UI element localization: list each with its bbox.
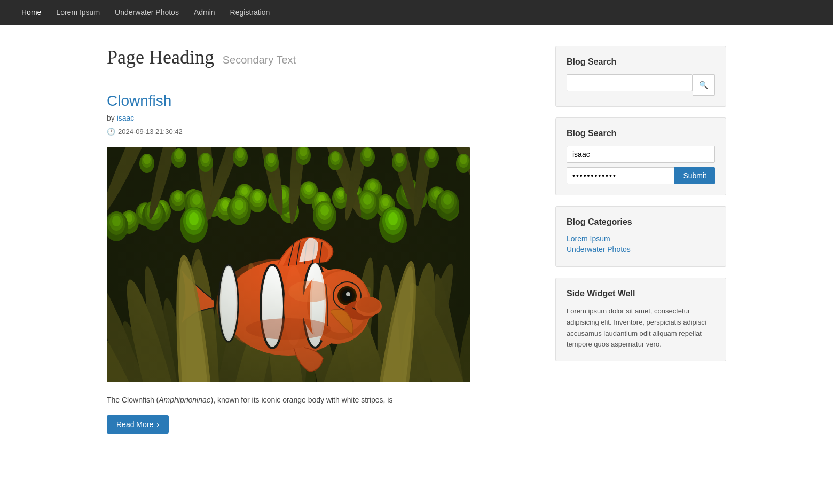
read-more-button[interactable]: Read More › xyxy=(107,415,169,434)
page-heading-section: Page Heading Secondary Text xyxy=(107,46,534,77)
search-row: 🔍 xyxy=(567,74,715,96)
nav-registration[interactable]: Registration xyxy=(230,8,270,17)
author-by-label: by xyxy=(107,114,115,122)
article-title[interactable]: Clownfish xyxy=(107,92,534,109)
svg-rect-236 xyxy=(107,147,470,382)
sidebar: Blog Search 🔍 Blog Search Submit Blog Ca… xyxy=(555,46,726,372)
clock-icon: 🕐 xyxy=(107,128,115,136)
category-lorem-ipsum[interactable]: Lorem Ipsum xyxy=(567,234,715,243)
article-author-line: by isaac xyxy=(107,114,534,122)
blog-search-widget-2: Blog Search Submit xyxy=(555,117,726,195)
blog-search-title-2: Blog Search xyxy=(567,129,715,138)
blog-search-widget-1: Blog Search 🔍 xyxy=(555,46,726,107)
nav-underwater-photos[interactable]: Underwater Photos xyxy=(115,8,179,17)
password-input[interactable] xyxy=(567,167,674,184)
article-excerpt: The Clownfish (Amphiprioninae), known fo… xyxy=(107,394,534,406)
category-underwater-photos[interactable]: Underwater Photos xyxy=(567,245,715,254)
page-wrapper: Page Heading Secondary Text Clownfish by… xyxy=(96,25,737,455)
main-content: Page Heading Secondary Text Clownfish by… xyxy=(107,46,534,434)
submit-button[interactable]: Submit xyxy=(674,167,715,184)
main-nav: Home Lorem Ipsum Underwater Photos Admin… xyxy=(0,0,833,25)
nav-home[interactable]: Home xyxy=(21,8,41,17)
page-title: Page Heading xyxy=(107,46,214,68)
date-text: 2024-09-13 21:30:42 xyxy=(118,128,183,136)
svg-point-248 xyxy=(388,212,398,225)
submit-row: Submit xyxy=(567,167,715,184)
username-input[interactable] xyxy=(567,146,715,163)
side-widget-title: Side Widget Well xyxy=(567,289,715,298)
search-input-1[interactable] xyxy=(567,74,693,91)
read-more-label: Read More xyxy=(116,420,153,429)
author-link[interactable]: isaac xyxy=(117,114,135,122)
nav-lorem-ipsum[interactable]: Lorem Ipsum xyxy=(56,8,100,17)
article: Clownfish by isaac 🕐 2024-09-13 21:30:42 xyxy=(107,92,534,434)
arrow-icon: › xyxy=(156,420,159,429)
nav-admin[interactable]: Admin xyxy=(194,8,215,17)
blog-categories-title: Blog Categories xyxy=(567,217,715,227)
side-widget-text: Lorem ipsum dolor sit amet, consectetur … xyxy=(567,306,715,350)
blog-search-title-1: Blog Search xyxy=(567,57,715,67)
side-widget-well: Side Widget Well Lorem ipsum dolor sit a… xyxy=(555,278,726,361)
page-subtitle: Secondary Text xyxy=(223,54,296,66)
article-date: 🕐 2024-09-13 21:30:42 xyxy=(107,128,534,136)
article-image xyxy=(107,147,470,382)
svg-point-244 xyxy=(189,212,199,225)
blog-categories-widget: Blog Categories Lorem Ipsum Underwater P… xyxy=(555,206,726,267)
search-button-1[interactable]: 🔍 xyxy=(693,74,715,96)
